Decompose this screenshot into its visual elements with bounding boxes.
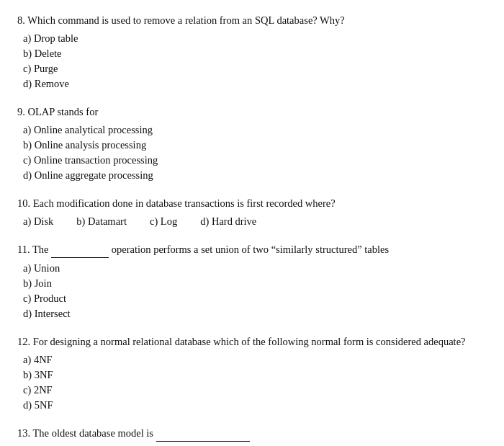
q11-text-before: 11. The [17,244,49,255]
question-13: 13. The oldest database model is [17,426,487,442]
q9-option-c: c) Online transaction processing [23,153,487,168]
q8-option-c: c) Purge [23,61,487,76]
q11-option-d: d) Intersect [23,306,487,321]
question-8: 8. Which command is used to remove a rel… [17,13,487,92]
q10-option-d: d) Hard drive [200,214,256,229]
q10-text: 10. Each modification done in database t… [17,196,487,211]
q9-text: 9. OLAP stands for [17,104,487,120]
q10-option-c: c) Log [150,214,177,229]
q11-blank [51,242,109,258]
q12-option-a: a) 4NF [23,352,487,367]
q11-text: 11. The operation performs a set union o… [17,242,487,258]
q10-option-b: b) Datamart [76,214,127,229]
q11-text-after: operation performs a set union of two “s… [112,244,389,255]
q12-option-b: b) 3NF [23,367,487,383]
q12-text: 12. For designing a normal relational da… [17,334,487,349]
q9-option-d: d) Online aggregate processing [23,168,487,183]
q8-option-a: a) Drop table [23,31,487,46]
q8-option-d: d) Remove [23,76,487,92]
q11-option-b: b) Join [23,276,487,291]
q8-option-b: b) Delete [23,46,487,61]
page-container: 8. Which command is used to remove a rel… [0,0,504,446]
q13-text-before: 13. The oldest database model is [17,427,153,439]
q11-option-c: c) Product [23,291,487,306]
q12-option-c: c) 2NF [23,383,487,398]
q13-blank [156,426,250,442]
question-9: 9. OLAP stands for a) Online analytical … [17,104,487,183]
question-11: 11. The operation performs a set union o… [17,242,487,321]
q13-text: 13. The oldest database model is [17,426,487,442]
q10-option-a: a) Disk [23,214,53,229]
question-12: 12. For designing a normal relational da… [17,334,487,413]
q8-text: 8. Which command is used to remove a rel… [17,13,487,28]
q12-option-d: d) 5NF [23,398,487,413]
q10-options: a) Disk b) Datamart c) Log d) Hard drive [17,214,487,229]
question-10: 10. Each modification done in database t… [17,196,487,229]
q9-option-a: a) Online analytical processing [23,122,487,138]
q11-option-a: a) Union [23,261,487,276]
q9-option-b: b) Online analysis processing [23,138,487,153]
